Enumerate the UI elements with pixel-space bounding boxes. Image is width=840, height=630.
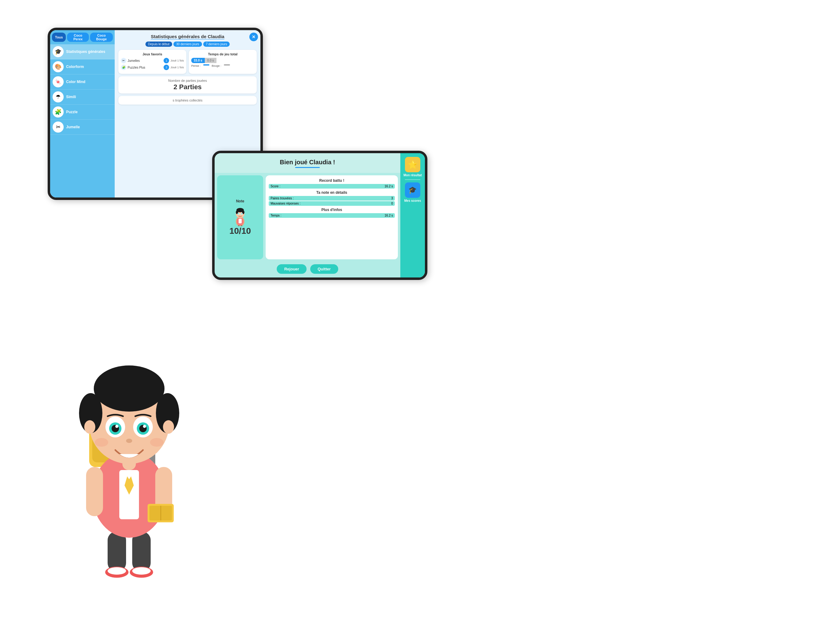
game-num-puzzles: 2: [164, 65, 169, 70]
score-card: Note: [217, 175, 263, 259]
temps-line: Temps : 16.2 s: [269, 213, 395, 218]
sidebar-item-jumelle[interactable]: ✂ Jumelle: [50, 120, 115, 135]
total-time-card: Temps de jeu total 33.0 s 0.0 s Pense : …: [189, 50, 257, 74]
svg-point-11: [238, 213, 239, 214]
time-bar-right-value: 0.0 s: [205, 58, 216, 63]
star-icon: ⭐: [405, 157, 420, 172]
trophees-label: s trophées collectés: [172, 98, 202, 102]
results-sidebar: ⭐ Mon résultat 🎓 Mes scores: [400, 153, 425, 277]
sidebar-label-jumelle: Jumelle: [66, 125, 80, 129]
game-name-jumelles: Jumelles: [128, 59, 163, 62]
sidebar-item-colorform[interactable]: 🎨 Colorform: [50, 59, 115, 74]
parties-label: Nombre de parties jouées: [121, 79, 254, 82]
sidebar-label-statistiques: Statistiques générales: [66, 49, 105, 54]
score-line: Score : 16.2 s: [269, 184, 395, 188]
svg-point-12: [242, 213, 242, 214]
parties-section: Nombre de parties jouées 2 Parties: [118, 76, 257, 93]
jumelle-icon: ✂: [52, 122, 64, 133]
paires-label: Paires trouvées :: [271, 196, 294, 200]
sidebar-label-puzzle: Puzzle: [66, 110, 77, 114]
favorite-games-card: Jeux favoris ✂ Jumelles 1 Joué 1 fois 🧩 …: [118, 50, 186, 74]
filter-coco-perex[interactable]: Coco Perex: [67, 33, 89, 42]
mini-character: [232, 204, 248, 226]
svg-rect-29: [86, 467, 103, 516]
sidebar-item-colormind[interactable]: 🍬 Color Mind: [50, 74, 115, 90]
puzzles-icon: 🧩: [121, 65, 126, 70]
svg-point-23: [107, 567, 126, 575]
score-value: 10/10: [229, 226, 251, 236]
filter-coco-bouge[interactable]: Coco Bouge: [90, 33, 113, 42]
character: [43, 322, 215, 599]
stats-icon: 🎓: [52, 46, 64, 57]
trophees-section: s trophées collectés: [118, 96, 257, 104]
sidebar-label-colorform: Colorform: [66, 65, 84, 69]
favorite-games-title: Jeux favoris: [121, 52, 184, 56]
sidebar-divider: [405, 179, 420, 180]
puzzle-icon: 🧩: [52, 106, 64, 117]
score-note-label: Note: [236, 199, 245, 203]
time-labels: Pense : Bouge :: [191, 64, 254, 67]
details-card: Record battu ! Score : 16.2 s Ta note en…: [266, 175, 398, 259]
date-filter-row: Depuis le début 30 derniers jours 7 dern…: [118, 41, 257, 47]
right-tablet: Bien joué Claudia ! Note: [212, 151, 427, 280]
mon-resultat-action[interactable]: ⭐ Mon résultat: [403, 157, 422, 177]
svg-point-49: [126, 438, 132, 443]
close-button[interactable]: ✕: [249, 33, 258, 41]
colorform-icon: 🎨: [52, 61, 64, 72]
sidebar-item-statistiques[interactable]: 🎓 Statistiques générales: [50, 44, 115, 59]
svg-point-50: [95, 438, 108, 446]
results-header: Bien joué Claudia !: [215, 153, 400, 173]
star-label: Mon résultat: [403, 174, 422, 177]
bouge-label: Bouge :: [212, 64, 221, 67]
total-time-title: Temps de jeu total: [191, 52, 254, 56]
pense-dot: [203, 64, 209, 65]
simili-icon: ☂: [52, 91, 64, 103]
score-score-value: 16.2 s: [385, 185, 393, 188]
svg-point-51: [150, 438, 164, 446]
character-svg: [43, 322, 215, 599]
mes-scores-action[interactable]: 🎓 Mes scores: [404, 182, 421, 203]
mauvaises-line: Mauvaises réponses : 0: [269, 201, 395, 206]
cap-label: Mes scores: [404, 199, 421, 203]
svg-rect-2: [238, 219, 242, 223]
score-label: Score :: [271, 185, 280, 188]
paires-value: 3: [391, 196, 393, 200]
svg-point-40: [163, 420, 174, 434]
svg-point-24: [132, 567, 151, 575]
results-main: Bien joué Claudia ! Note: [215, 153, 400, 277]
game-played-puzzles: Joué 1 fois: [171, 66, 184, 69]
svg-point-47: [115, 425, 118, 428]
svg-rect-19: [107, 532, 126, 571]
replay-button[interactable]: Rejouer: [277, 264, 306, 274]
sidebar-item-simili[interactable]: ☂ Simili: [50, 90, 115, 104]
svg-point-48: [143, 425, 146, 428]
jumelles-icon: ✂: [121, 58, 126, 63]
paires-line: Paires trouvées : 3: [269, 196, 395, 201]
pense-label: Pense :: [191, 64, 201, 67]
game-entry-puzzles: 🧩 Puzzles Plus 2 Joué 1 fois: [121, 65, 184, 70]
sidebar-label-colormind: Color Mind: [66, 80, 85, 84]
record-badge: Record battu !: [269, 179, 395, 183]
colormind-icon: 🍬: [52, 76, 64, 87]
quit-button[interactable]: Quitter: [310, 264, 338, 274]
results-buttons: Rejouer Quitter: [215, 262, 400, 277]
date-since-start[interactable]: Depuis le début: [145, 41, 172, 47]
filter-row: Tous Coco Perex Coco Bouge: [50, 30, 115, 44]
temps-value: 16.2 s: [385, 214, 393, 217]
temps-label: Temps :: [271, 214, 281, 217]
sidebar-item-puzzle[interactable]: 🧩 Puzzle: [50, 104, 115, 120]
time-bar-left-value: 33.0 s: [191, 58, 205, 63]
game-name-puzzles: Puzzles Plus: [128, 66, 163, 69]
svg-rect-20: [132, 532, 151, 571]
game-played-jumelles: Joué 1 fois: [171, 59, 184, 62]
mauvaises-value: 0: [391, 202, 393, 205]
game-entry-jumelles: ✂ Jumelles 1 Joué 1 fois: [121, 58, 184, 63]
sidebar-label-simili: Simili: [66, 95, 76, 99]
date-30-days[interactable]: 30 derniers jours: [174, 41, 202, 47]
game-num-jumelles: 1: [164, 58, 169, 63]
date-7-days[interactable]: 7 derniers jours: [203, 41, 230, 47]
more-info-title: Plus d'infos: [269, 207, 395, 212]
parties-value: 2 Parties: [121, 83, 254, 91]
filter-tous[interactable]: Tous: [52, 33, 66, 42]
stats-cards: Jeux favoris ✂ Jumelles 1 Joué 1 fois 🧩 …: [118, 50, 257, 74]
